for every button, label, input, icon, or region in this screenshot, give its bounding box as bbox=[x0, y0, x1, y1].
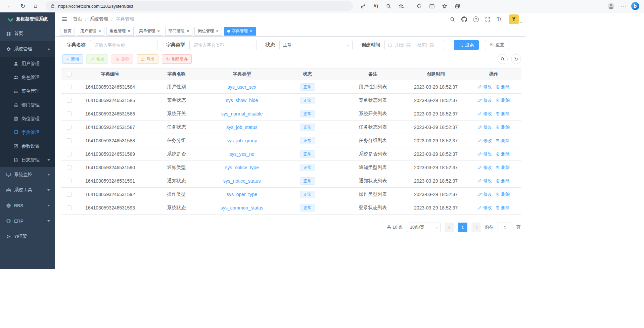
select-all-checkbox[interactable] bbox=[67, 72, 72, 77]
sidebar-item-system[interactable]: 系统管理 bbox=[0, 41, 55, 57]
row-checkbox[interactable] bbox=[67, 205, 72, 210]
row-delete-button[interactable]: 删除 bbox=[496, 191, 510, 197]
add-button[interactable]: + 新增 bbox=[62, 54, 83, 64]
browser-essentials-icon[interactable] bbox=[414, 1, 424, 11]
tab-post-mgmt[interactable]: 岗位管理× bbox=[194, 27, 222, 36]
prev-page-button[interactable] bbox=[445, 223, 454, 232]
browser-back-button[interactable]: ← bbox=[5, 1, 15, 11]
row-edit-button[interactable]: 修改 bbox=[478, 178, 492, 184]
sidebar-toggle-button[interactable] bbox=[59, 14, 70, 24]
sidebar-item-param-settings[interactable]: 参数设置 bbox=[0, 139, 55, 153]
row-delete-button[interactable]: 删除 bbox=[496, 84, 510, 90]
row-edit-button[interactable]: 修改 bbox=[478, 97, 492, 103]
tab-close-icon[interactable]: × bbox=[98, 29, 101, 33]
sidebar-item-menu-mgmt[interactable]: 菜单管理 bbox=[0, 84, 55, 98]
tab-close-icon[interactable]: × bbox=[216, 29, 219, 33]
dict-type-link[interactable]: sys_oper_type bbox=[227, 192, 257, 197]
goto-page-input[interactable] bbox=[498, 223, 512, 232]
profile-avatar[interactable] bbox=[606, 1, 616, 11]
sidebar-item-tools[interactable]: 系统工具 bbox=[0, 182, 55, 198]
github-icon[interactable] bbox=[461, 16, 467, 22]
next-page-button[interactable] bbox=[471, 223, 481, 232]
row-delete-button[interactable]: 删除 bbox=[496, 205, 510, 211]
zoom-icon[interactable] bbox=[383, 1, 394, 11]
tab-close-icon[interactable]: × bbox=[157, 29, 160, 33]
breadcrumb-system[interactable]: 系统管理 bbox=[90, 16, 108, 22]
row-edit-button[interactable]: 修改 bbox=[478, 151, 492, 157]
row-checkbox[interactable] bbox=[67, 98, 72, 103]
tab-menu-mgmt[interactable]: 菜单管理× bbox=[136, 27, 163, 36]
row-checkbox[interactable] bbox=[67, 165, 72, 170]
row-checkbox[interactable] bbox=[67, 125, 72, 130]
status-select[interactable]: 正常 bbox=[279, 40, 353, 50]
tab-dict-mgmt[interactable]: 字典管理× bbox=[224, 27, 256, 36]
tab-close-icon[interactable]: × bbox=[187, 29, 189, 33]
row-delete-button[interactable]: 删除 bbox=[496, 165, 510, 171]
copilot-icon[interactable]: b bbox=[631, 2, 639, 10]
sidebar-item-log-mgmt[interactable]: 日志管理 bbox=[0, 153, 55, 167]
dict-type-link[interactable]: sys_common_status bbox=[221, 205, 264, 210]
dict-type-input[interactable] bbox=[189, 40, 257, 50]
row-delete-button[interactable]: 删除 bbox=[496, 178, 510, 184]
password-key-icon[interactable] bbox=[358, 1, 368, 11]
dict-type-link[interactable]: sys_show_hide bbox=[226, 98, 258, 103]
sidebar-item-yi-framework[interactable]: Yi框架 bbox=[0, 229, 55, 244]
row-edit-button[interactable]: 修改 bbox=[478, 191, 492, 197]
toggle-search-button[interactable] bbox=[498, 54, 508, 64]
dict-type-link[interactable]: sys_user_sex bbox=[228, 84, 257, 90]
reset-button[interactable]: ↻ 重置 bbox=[485, 40, 509, 50]
row-checkbox[interactable] bbox=[67, 152, 72, 156]
add-favorite-icon[interactable] bbox=[396, 1, 407, 11]
sidebar-item-monitor[interactable]: 系统监控 bbox=[0, 167, 55, 182]
browser-home-button[interactable]: ⌂ bbox=[30, 1, 41, 11]
delete-button[interactable]: 删除 bbox=[111, 54, 133, 64]
row-delete-button[interactable]: 删除 bbox=[496, 151, 510, 157]
read-aloud-icon[interactable]: A) bbox=[370, 1, 381, 11]
font-size-icon[interactable]: TT bbox=[497, 16, 502, 22]
row-edit-button[interactable]: 修改 bbox=[478, 138, 492, 144]
refresh-table-button[interactable]: ↻ bbox=[511, 54, 521, 64]
row-edit-button[interactable]: 修改 bbox=[478, 84, 492, 90]
edit-button[interactable]: 修改 bbox=[86, 54, 108, 64]
page-size-select[interactable]: 10条/页 bbox=[407, 223, 441, 232]
page-number-1[interactable]: 1 bbox=[458, 223, 467, 232]
tab-home[interactable]: 首页 bbox=[60, 27, 75, 36]
sidebar-item-user-mgmt[interactable]: 用户管理 bbox=[0, 57, 55, 71]
fullscreen-icon[interactable] bbox=[485, 16, 491, 22]
tab-role-mgmt[interactable]: 角色管理× bbox=[106, 27, 134, 36]
row-checkbox[interactable] bbox=[67, 85, 72, 89]
date-range-picker[interactable]: 开始日期 - 结束日期 bbox=[384, 40, 445, 50]
dict-type-link[interactable]: sys_job_status bbox=[226, 125, 258, 130]
sidebar-item-role-mgmt[interactable]: 角色管理 bbox=[0, 71, 55, 84]
more-menu-icon[interactable]: ··· bbox=[618, 1, 629, 11]
sidebar-item-dept-mgmt[interactable]: 部门管理 bbox=[0, 98, 55, 112]
row-checkbox[interactable] bbox=[67, 192, 72, 197]
tab-user-mgmt[interactable]: 用户管理× bbox=[77, 27, 104, 36]
tab-dept-mgmt[interactable]: 部门管理× bbox=[165, 27, 193, 36]
dict-type-link[interactable]: sys_notice_type bbox=[225, 165, 259, 170]
help-icon[interactable]: ? bbox=[473, 16, 479, 22]
row-checkbox[interactable] bbox=[67, 138, 72, 143]
row-delete-button[interactable]: 删除 bbox=[496, 97, 510, 103]
address-bar[interactable]: https://ccnetcore.com:1101/system/dict bbox=[46, 1, 353, 11]
row-checkbox[interactable] bbox=[67, 179, 72, 183]
dict-name-input[interactable] bbox=[90, 40, 157, 50]
url-text[interactable]: https://ccnetcore.com:1101/system/dict bbox=[58, 4, 133, 9]
dict-type-link[interactable]: sys_yes_no bbox=[230, 151, 255, 157]
sidebar-item-erp[interactable]: ERP bbox=[0, 213, 55, 229]
favorites-icon[interactable] bbox=[439, 1, 450, 11]
row-edit-button[interactable]: 修改 bbox=[478, 124, 492, 130]
sidebar-item-bbs[interactable]: BBS bbox=[0, 198, 55, 213]
browser-refresh-button[interactable]: ↻ bbox=[17, 1, 28, 11]
user-avatar-logo[interactable]: Y bbox=[509, 14, 519, 24]
row-checkbox[interactable] bbox=[67, 111, 72, 116]
row-edit-button[interactable]: 修改 bbox=[478, 111, 492, 117]
row-delete-button[interactable]: 删除 bbox=[496, 138, 510, 144]
row-edit-button[interactable]: 修改 bbox=[478, 205, 492, 211]
dict-type-link[interactable]: sys_normal_disable bbox=[221, 111, 263, 116]
dict-type-link[interactable]: sys_job_group bbox=[227, 138, 257, 143]
row-delete-button[interactable]: 删除 bbox=[496, 111, 510, 117]
search-icon[interactable] bbox=[450, 16, 455, 22]
sidebar-item-home[interactable]: 首页 bbox=[0, 26, 55, 41]
sidebar-item-dict-mgmt[interactable]: 字典管理 bbox=[0, 126, 55, 139]
